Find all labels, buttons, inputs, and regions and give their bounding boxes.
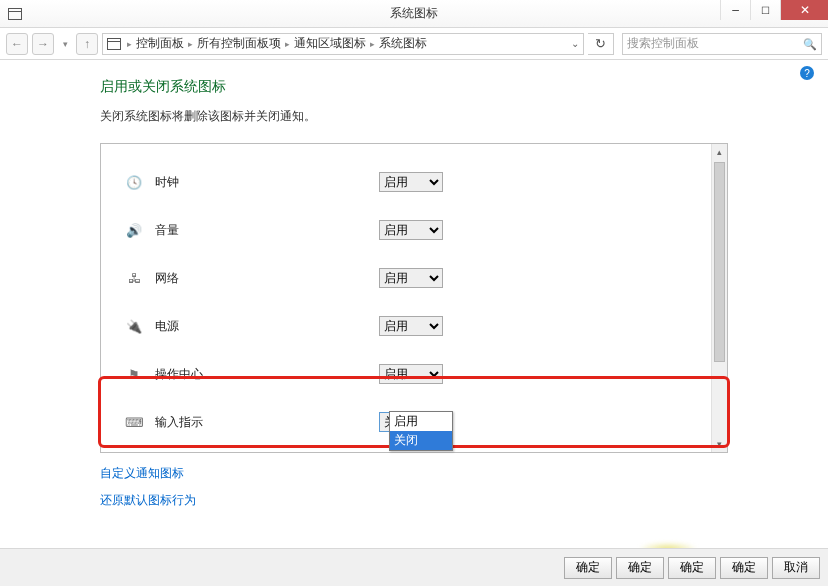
page-heading: 启用或关闭系统图标 (100, 78, 728, 96)
setting-label: 时钟 (155, 174, 379, 191)
flag-icon: ⚑ (125, 366, 143, 382)
address-bar: 控制面板 所有控制面板项 通知区域图标 系统图标 搜索控制面板 (0, 28, 828, 60)
setting-label: 音量 (155, 222, 379, 239)
breadcrumb-item[interactable]: 控制面板 (136, 35, 184, 52)
chevron-right-icon (125, 39, 134, 49)
ok-button-2[interactable]: 确定 (616, 557, 664, 579)
minimize-button[interactable] (720, 0, 750, 20)
setting-row-power: 🔌 电源 启用关闭 (125, 302, 703, 350)
setting-row-network: 🖧 网络 启用关闭 (125, 254, 703, 302)
breadcrumb-item[interactable]: 所有控制面板项 (197, 35, 281, 52)
nav-history-dropdown[interactable] (58, 33, 72, 55)
settings-panel: 🕓 时钟 启用关闭 🔊 音量 启用关闭 🖧 网络 启用关闭 🔌 电源 启用关闭 (100, 143, 728, 453)
dropdown-option-off[interactable]: 关闭 (390, 431, 452, 450)
nav-back-button[interactable] (6, 33, 28, 55)
setting-label: 输入指示 (155, 414, 379, 431)
scroll-down-button[interactable] (712, 436, 727, 452)
window-controls (720, 0, 828, 27)
close-button[interactable] (780, 0, 828, 20)
breadcrumb-item[interactable]: 通知区域图标 (294, 35, 366, 52)
customize-icons-link[interactable]: 自定义通知图标 (100, 465, 728, 482)
network-icon: 🖧 (125, 270, 143, 286)
search-input[interactable]: 搜索控制面板 (622, 33, 822, 55)
scroll-up-button[interactable] (712, 144, 727, 160)
page-subtitle: 关闭系统图标将删除该图标并关闭通知。 (100, 108, 728, 125)
chevron-right-icon (283, 39, 292, 49)
breadcrumb-dropdown-icon[interactable] (571, 38, 579, 49)
setting-row-action-center: ⚑ 操作中心 启用关闭 (125, 350, 703, 398)
breadcrumb-item[interactable]: 系统图标 (379, 35, 427, 52)
setting-select-action-center[interactable]: 启用关闭 (379, 364, 443, 384)
clock-icon: 🕓 (125, 174, 143, 190)
nav-forward-button[interactable] (32, 33, 54, 55)
refresh-button[interactable] (588, 33, 614, 55)
ok-cancel-button[interactable]: 确定 (720, 557, 768, 579)
window-title: 系统图标 (390, 5, 438, 22)
setting-select-volume[interactable]: 启用关闭 (379, 220, 443, 240)
setting-row-volume: 🔊 音量 启用关闭 (125, 206, 703, 254)
chevron-right-icon (368, 39, 377, 49)
setting-label: 网络 (155, 270, 379, 287)
computer-icon (107, 38, 121, 50)
search-icon (803, 37, 817, 51)
help-icon[interactable] (800, 66, 814, 80)
setting-row-clock: 🕓 时钟 启用关闭 (125, 158, 703, 206)
cancel-button[interactable]: 取消 (772, 557, 820, 579)
setting-select-clock[interactable]: 启用关闭 (379, 172, 443, 192)
breadcrumb[interactable]: 控制面板 所有控制面板项 通知区域图标 系统图标 (102, 33, 584, 55)
restore-defaults-link[interactable]: 还原默认图标行为 (100, 492, 728, 509)
scrollbar[interactable] (711, 144, 727, 452)
app-icon (8, 8, 22, 20)
nav-up-button[interactable] (76, 33, 98, 55)
links-section: 自定义通知图标 还原默认图标行为 (100, 465, 728, 509)
ok-button[interactable]: 确定 (564, 557, 612, 579)
ime-icon: ⌨ (125, 414, 143, 430)
ok-button-3[interactable]: 确定 (668, 557, 716, 579)
dropdown-option-on[interactable]: 启用 (390, 412, 452, 431)
titlebar: 系统图标 (0, 0, 828, 28)
power-icon: 🔌 (125, 318, 143, 334)
scroll-thumb[interactable] (714, 162, 725, 362)
chevron-right-icon (186, 39, 195, 49)
setting-label: 电源 (155, 318, 379, 335)
volume-icon: 🔊 (125, 222, 143, 238)
dropdown-menu-open: 启用 关闭 (389, 411, 453, 451)
content-area: 启用或关闭系统图标 关闭系统图标将删除该图标并关闭通知。 🕓 时钟 启用关闭 🔊… (0, 60, 828, 509)
maximize-button[interactable] (750, 0, 780, 20)
setting-select-power[interactable]: 启用关闭 (379, 316, 443, 336)
dialog-button-bar: 确定 确定 确定 确定 取消 (0, 548, 828, 586)
setting-select-network[interactable]: 启用关闭 (379, 268, 443, 288)
setting-label: 操作中心 (155, 366, 379, 383)
search-placeholder: 搜索控制面板 (627, 35, 699, 52)
